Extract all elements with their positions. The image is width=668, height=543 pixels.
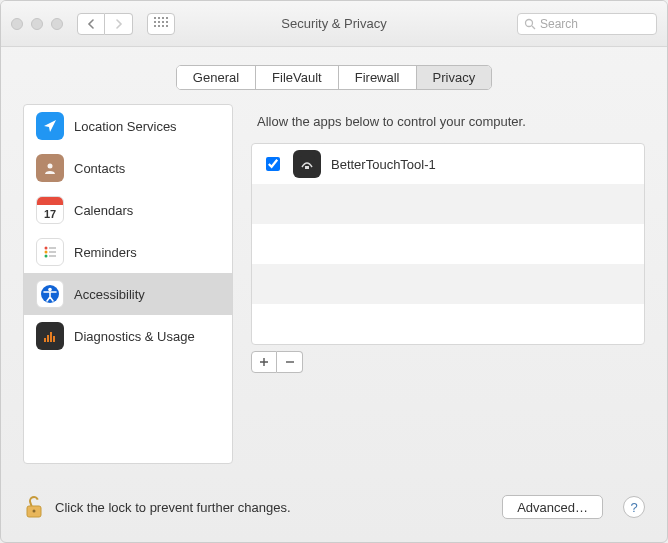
svg-point-10: [48, 288, 52, 292]
plus-icon: [259, 357, 269, 367]
remove-app-button[interactable]: [277, 351, 303, 373]
tab-general[interactable]: General: [177, 66, 256, 89]
svg-rect-4: [49, 247, 56, 249]
forward-button[interactable]: [105, 13, 133, 35]
contacts-icon: [36, 154, 64, 182]
search-input[interactable]: Search: [517, 13, 657, 35]
toolbar: Security & Privacy Search: [1, 1, 667, 47]
reminders-icon: [36, 238, 64, 266]
privacy-category-list: Location Services Contacts 17 Calendars: [23, 104, 233, 464]
sidebar-item-reminders[interactable]: Reminders: [24, 231, 232, 273]
app-icon: [293, 150, 321, 178]
svg-rect-11: [44, 338, 46, 342]
grid-icon: [154, 17, 168, 31]
accessibility-icon: [36, 280, 64, 308]
show-all-button[interactable]: [147, 13, 175, 35]
app-name-label: BetterTouchTool-1: [331, 157, 436, 172]
back-button[interactable]: [77, 13, 105, 35]
main-panel: Allow the apps below to control your com…: [251, 104, 645, 464]
sidebar-item-calendars[interactable]: 17 Calendars: [24, 189, 232, 231]
content-area: Location Services Contacts 17 Calendars: [1, 104, 667, 486]
svg-rect-6: [49, 251, 56, 253]
lock-hint-text: Click the lock to prevent further change…: [55, 500, 291, 515]
svg-rect-13: [50, 332, 52, 342]
svg-rect-8: [49, 255, 56, 257]
location-icon: [36, 112, 64, 140]
close-window-button[interactable]: [11, 18, 23, 30]
minus-icon: [285, 357, 295, 367]
sidebar-item-label: Reminders: [74, 245, 137, 260]
chevron-left-icon: [87, 19, 95, 29]
minimize-window-button[interactable]: [31, 18, 43, 30]
app-row-empty: [252, 224, 644, 264]
app-permission-list: BetterTouchTool-1: [251, 143, 645, 345]
tab-bar: General FileVault Firewall Privacy: [1, 47, 667, 104]
svg-rect-14: [53, 336, 55, 342]
chevron-right-icon: [115, 19, 123, 29]
lock-button[interactable]: [23, 494, 45, 520]
svg-rect-12: [47, 335, 49, 342]
sidebar-item-contacts[interactable]: Contacts: [24, 147, 232, 189]
sidebar-item-label: Accessibility: [74, 287, 145, 302]
window-title: Security & Privacy: [281, 16, 386, 31]
panel-hint-text: Allow the apps below to control your com…: [251, 104, 645, 143]
add-remove-bar: [251, 351, 645, 373]
app-enabled-checkbox[interactable]: [266, 157, 280, 171]
footer: Click the lock to prevent further change…: [1, 486, 667, 542]
svg-rect-16: [305, 166, 309, 169]
svg-point-0: [526, 19, 533, 26]
sidebar-item-diagnostics[interactable]: Diagnostics & Usage: [24, 315, 232, 357]
tab-filevault[interactable]: FileVault: [256, 66, 339, 89]
app-row-empty: [252, 184, 644, 224]
calendar-day: 17: [37, 205, 63, 223]
calendar-icon: 17: [36, 196, 64, 224]
sidebar-item-label: Calendars: [74, 203, 133, 218]
search-icon: [524, 18, 536, 30]
svg-point-18: [33, 510, 36, 513]
svg-line-1: [532, 26, 535, 29]
sidebar-item-location-services[interactable]: Location Services: [24, 105, 232, 147]
lock-open-icon: [24, 494, 44, 520]
help-icon: ?: [630, 500, 637, 515]
sidebar-item-label: Location Services: [74, 119, 177, 134]
search-placeholder: Search: [540, 17, 578, 31]
svg-point-2: [48, 164, 53, 169]
zoom-window-button[interactable]: [51, 18, 63, 30]
sidebar-item-accessibility[interactable]: Accessibility: [24, 273, 232, 315]
sidebar-item-label: Contacts: [74, 161, 125, 176]
app-row[interactable]: BetterTouchTool-1: [252, 144, 644, 184]
tab-firewall[interactable]: Firewall: [339, 66, 417, 89]
help-button[interactable]: ?: [623, 496, 645, 518]
nav-buttons: [77, 13, 133, 35]
svg-point-5: [45, 251, 48, 254]
app-row-empty: [252, 304, 644, 344]
add-app-button[interactable]: [251, 351, 277, 373]
tab-privacy[interactable]: Privacy: [417, 66, 492, 89]
advanced-button[interactable]: Advanced…: [502, 495, 603, 519]
svg-point-7: [45, 255, 48, 258]
window-controls: [11, 18, 63, 30]
app-row-empty: [252, 264, 644, 304]
svg-point-3: [45, 247, 48, 250]
svg-rect-15: [299, 156, 315, 172]
sidebar-item-label: Diagnostics & Usage: [74, 329, 195, 344]
diagnostics-icon: [36, 322, 64, 350]
preferences-window: Security & Privacy Search General FileVa…: [0, 0, 668, 543]
